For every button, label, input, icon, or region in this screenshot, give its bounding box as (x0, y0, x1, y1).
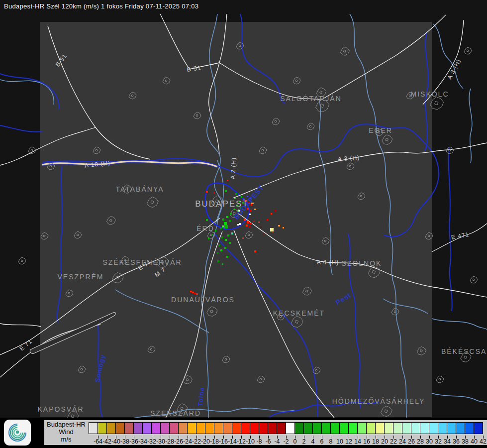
legend-tick-label: -10 (246, 438, 255, 445)
base-map (0, 0, 487, 448)
legend-cell (161, 423, 170, 434)
legend-cell (250, 423, 259, 434)
legend-tick-label: 24 (399, 438, 406, 445)
legend-cell (232, 423, 241, 434)
legend-cell (340, 423, 349, 434)
legend-tick-label: -12 (237, 438, 246, 445)
legend-cell (313, 423, 322, 434)
legend-cell (188, 423, 196, 434)
legend-tick-label: -6 (265, 438, 271, 445)
legend-cell (331, 423, 340, 434)
legend-cell (295, 423, 304, 434)
legend-tick-label: 14 (354, 438, 361, 445)
legend-tick-label: -64 (94, 438, 102, 445)
legend-cell (143, 423, 152, 434)
legend-cell (179, 423, 188, 434)
legend-tick-label: -16 (219, 438, 228, 445)
legend-tick-label: 10 (336, 438, 343, 445)
legend-cell (134, 423, 143, 434)
legend-tick-label: -2 (283, 438, 289, 445)
legend-cell (268, 423, 277, 434)
legend-title-line: Wind (44, 428, 88, 436)
legend-tick-label: -26 (174, 438, 183, 445)
map-title: Budapest-HR Szél 120km (m/s) 1 fokos Fri… (4, 2, 198, 10)
legend-tick-label: 26 (408, 438, 415, 445)
legend-cell (286, 423, 295, 434)
legend-tick-label: -34 (138, 438, 147, 445)
legend-tick-label: -20 (201, 438, 210, 445)
legend-tick-label: -30 (156, 438, 165, 445)
legend-cell (125, 423, 134, 434)
legend-tick-label: -36 (129, 438, 138, 445)
legend-tick-label: 2 (302, 438, 306, 445)
legend-tick-label: -32 (147, 438, 156, 445)
legend-cell (376, 423, 385, 434)
legend-tick-label: 38 (462, 438, 469, 445)
legend-cell (116, 423, 125, 434)
legend-tick-label: 40 (471, 438, 478, 445)
legend-cell (411, 423, 420, 434)
legend-tick-label: -40 (111, 438, 120, 445)
legend-tick-label: -24 (183, 438, 192, 445)
hungaromet-logo-icon (4, 420, 31, 446)
legend-tick-label: -14 (228, 438, 237, 445)
legend-tick-label: -38 (120, 438, 129, 445)
legend-tick-label: 32 (435, 438, 442, 445)
legend-cell (393, 423, 402, 434)
legend-tick-label: -4 (274, 438, 280, 445)
legend-cell (447, 423, 456, 434)
legend-tick-label: 28 (417, 438, 424, 445)
legend-cell (223, 423, 232, 434)
legend-cell (304, 423, 313, 434)
legend-cell (107, 423, 116, 434)
legend-cell (259, 423, 268, 434)
legend-cell (196, 423, 205, 434)
legend-cell (322, 423, 331, 434)
legend-tick-label: -18 (210, 438, 219, 445)
legend-tick-label: 18 (372, 438, 379, 445)
legend-tick-label: -22 (192, 438, 201, 445)
legend-cell (170, 423, 179, 434)
legend-cell (465, 423, 474, 434)
legend-tick-label: 6 (320, 438, 324, 445)
legend-cell (474, 423, 483, 434)
legend-cell (438, 423, 447, 434)
legend-cell (205, 423, 214, 434)
legend-tick-label: -8 (256, 438, 262, 445)
legend-box: Budapest-HRWindm/s -64-42-40-38-36-34-32… (44, 420, 487, 446)
legend-cell (349, 423, 358, 434)
legend-cell (429, 423, 438, 434)
legend-tick-label: 30 (426, 438, 433, 445)
legend-tick-label: 16 (363, 438, 370, 445)
legend-tick-label: 8 (329, 438, 333, 445)
legend-tick-label: 4 (311, 438, 315, 445)
legend-cell (152, 423, 161, 434)
legend-tick-label: -42 (102, 438, 111, 445)
legend-cell (89, 423, 98, 434)
radar-map-page: TATABÁNYABUDAPESTÉRDSZÉKESFEHÉRVÁRVESZPR… (0, 0, 487, 448)
legend-tick-label: 20 (381, 438, 388, 445)
legend-tick-label: 42 (480, 438, 487, 445)
legend-cell (98, 423, 107, 434)
legend-color-scale (89, 422, 483, 434)
legend-title-line: m/s (44, 436, 88, 443)
legend-title-line: Budapest-HR (44, 421, 88, 428)
legend-title: Budapest-HRWindm/s (44, 421, 88, 443)
legend-cell (241, 423, 250, 434)
legend-tick-label: 12 (345, 438, 352, 445)
legend-cell (456, 423, 465, 434)
legend-cell (367, 423, 376, 434)
legend-cell (277, 423, 286, 434)
legend-cell (214, 423, 223, 434)
legend-tick-label: 22 (390, 438, 397, 445)
legend-tick-label: -28 (165, 438, 174, 445)
legend-strip: Budapest-HRWindm/s -64-42-40-38-36-34-32… (0, 418, 487, 448)
legend-tick-label: 34 (444, 438, 451, 445)
legend-cell (385, 423, 393, 434)
legend-cell (420, 423, 429, 434)
legend-cell (358, 423, 367, 434)
legend-tick-label: 0 (293, 438, 297, 445)
legend-tick-label: 36 (453, 438, 460, 445)
legend-cell (402, 423, 411, 434)
